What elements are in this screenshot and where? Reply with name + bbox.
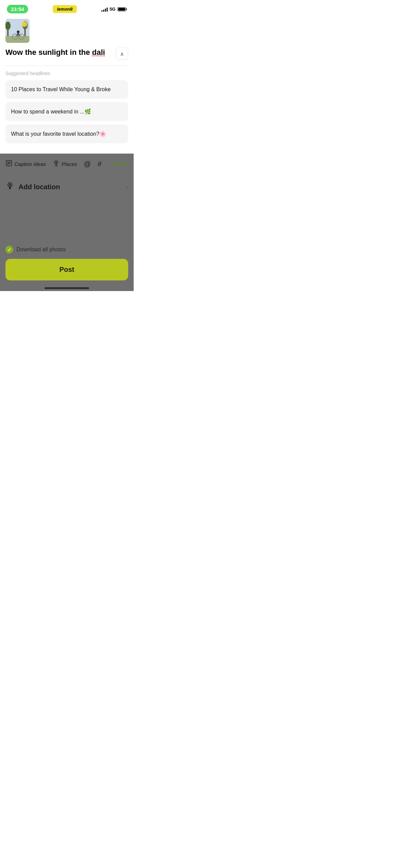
done-button[interactable]: Done: [114, 161, 129, 168]
suggested-headlines-label: Suggested headlines: [5, 71, 128, 76]
caption-ideas-label: Caption ideas: [14, 161, 46, 167]
toolbar: Caption ideas Places @ # Done: [5, 154, 128, 174]
caption-ideas-button[interactable]: Caption ideas: [5, 160, 46, 168]
battery-icon: [118, 7, 127, 11]
home-indicator-bar: [45, 287, 89, 289]
caption-ideas-icon: [5, 160, 12, 168]
download-check-icon: ✓: [5, 246, 13, 253]
hashtag-button[interactable]: #: [98, 160, 101, 168]
signal-icon: [101, 7, 108, 12]
home-indicator: [5, 284, 128, 291]
status-bar: 23:54 lemon8 5G: [0, 0, 134, 15]
add-location-left: Add location: [5, 181, 60, 192]
svg-point-12: [17, 31, 20, 33]
svg-point-22: [56, 162, 57, 163]
post-image-thumbnail[interactable]: [5, 19, 29, 43]
places-icon: [53, 160, 60, 168]
add-location-chevron-icon: ›: [126, 183, 128, 191]
places-label: Places: [62, 161, 77, 167]
svg-point-16: [22, 22, 27, 26]
content-area: Wow the sunlight in the dali ∧ Suggested…: [0, 15, 134, 154]
add-location-row[interactable]: Add location ›: [5, 174, 128, 199]
title-dali: dali: [92, 48, 105, 57]
add-location-label: Add location: [19, 183, 60, 191]
chevron-up-icon: ∧: [120, 51, 124, 57]
status-right-icons: 5G: [101, 7, 127, 12]
title-row: Wow the sunlight in the dali ∧: [5, 48, 128, 60]
collapse-button[interactable]: ∧: [116, 48, 128, 60]
network-type: 5G: [110, 7, 116, 12]
title-divider: [5, 65, 128, 66]
download-label: Download all photos: [16, 246, 66, 253]
download-row[interactable]: ✓ Download all photos: [5, 240, 128, 259]
app-logo: lemon8: [53, 5, 77, 13]
overlay-spacer: [5, 199, 128, 240]
headline-item-2[interactable]: How to spend a weekend in ...🌿: [5, 102, 128, 121]
svg-point-26: [9, 184, 11, 186]
add-location-icon: [5, 181, 14, 192]
post-title: Wow the sunlight in the dali: [5, 48, 112, 58]
mention-button[interactable]: @: [84, 160, 91, 168]
headline-item-1[interactable]: 10 Places to Travel While Young & Broke: [5, 80, 128, 99]
status-time: 23:54: [7, 5, 28, 13]
checkmark-icon: ✓: [8, 247, 11, 252]
overlay-section: Caption ideas Places @ # Done: [0, 154, 134, 291]
post-button[interactable]: Post: [5, 259, 128, 280]
places-button[interactable]: Places: [53, 160, 77, 168]
headline-item-3[interactable]: What is your favorite travel location?🌸: [5, 124, 128, 143]
